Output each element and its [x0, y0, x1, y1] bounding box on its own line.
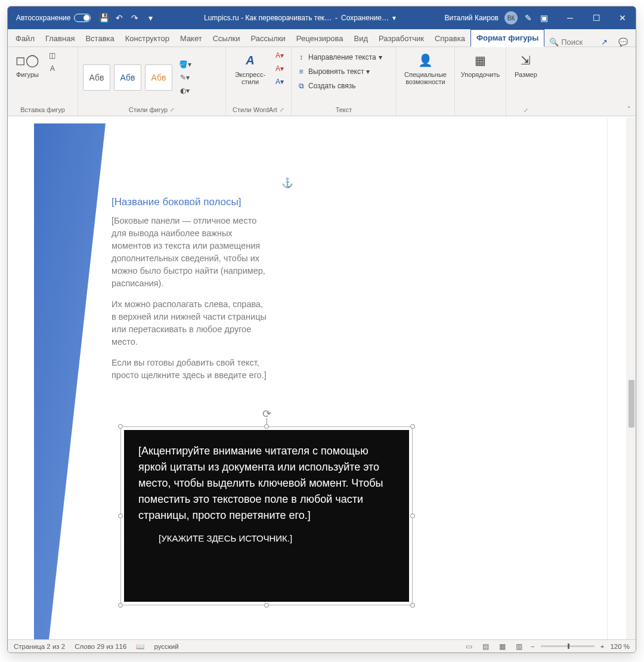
text-fill-icon[interactable]: A▾ — [273, 50, 286, 61]
language-indicator[interactable]: русский — [154, 643, 178, 650]
sidebar-paragraph: Их можно располагать слева, справа, в ве… — [112, 298, 267, 348]
tab-help[interactable]: Справка — [429, 30, 470, 47]
text-effects-icon[interactable]: A▾ — [273, 76, 286, 88]
spellcheck-icon[interactable]: 📖 — [136, 642, 144, 651]
tab-format-shape[interactable]: Формат фигуры — [470, 29, 544, 47]
tab-review[interactable]: Рецензирова — [291, 30, 349, 47]
focus-mode-icon[interactable]: ▭ — [464, 642, 475, 651]
web-layout-icon[interactable]: ▥ — [514, 642, 525, 651]
arrange-label: Упорядочить — [461, 71, 500, 78]
tab-layout[interactable]: Макет — [175, 30, 208, 47]
size-button[interactable]: ⇲ Размер — [511, 50, 541, 79]
create-link-icon: ⧉ — [296, 82, 306, 90]
title-dropdown-icon[interactable]: ▾ — [392, 14, 396, 22]
ribbon-display-icon[interactable]: ▣ — [539, 13, 549, 23]
word-window: Автосохранение 💾 ↶ ↷ ▾ Lumpics.ru - Как … — [7, 6, 636, 653]
sidebar-title: [Название боковой полосы] — [112, 195, 267, 210]
avatar[interactable]: ВК — [504, 11, 518, 24]
ribbon: ◻◯ Фигуры ◫ A Вставка фигур Абв Абв Абв … — [8, 47, 636, 116]
toggle-switch-icon[interactable] — [74, 14, 91, 22]
collapse-ribbon-icon[interactable]: ˄ — [627, 106, 631, 113]
document-area[interactable]: ⚓ [Название боковой полосы] [Боковые пан… — [8, 117, 626, 639]
shapes-button[interactable]: ◻◯ Фигуры — [13, 50, 42, 79]
undo-icon[interactable]: ↶ — [114, 13, 124, 23]
shapes-label: Фигуры — [16, 71, 39, 78]
share-icon[interactable]: ↗ — [599, 37, 609, 47]
search-box[interactable]: 🔍 Поиск — [549, 38, 583, 47]
vertical-scrollbar[interactable] — [626, 117, 636, 639]
title-center: Lumpics.ru - Как переворачивать тек… - С… — [160, 14, 439, 22]
comments-icon[interactable]: 💬 — [618, 37, 628, 47]
minimize-button[interactable]: ─ — [557, 7, 583, 29]
group-text: Текст — [296, 105, 391, 115]
draw-mode-icon[interactable]: ✎ — [524, 13, 533, 23]
resize-handle[interactable] — [118, 513, 123, 518]
shape-effects-icon[interactable]: ◐▾ — [178, 85, 191, 97]
tab-mailings[interactable]: Рассылки — [245, 30, 290, 47]
zoom-in-button[interactable]: + — [600, 643, 605, 650]
arrange-button[interactable]: ▦ Упорядочить — [460, 50, 501, 79]
resize-handle[interactable] — [118, 424, 123, 429]
resize-handle[interactable] — [264, 424, 269, 429]
page-indicator[interactable]: Страница 2 из 2 — [14, 643, 65, 650]
group-wordart-styles: Стили WordArt — [233, 106, 277, 113]
window-controls: ─ ☐ ✕ — [557, 7, 636, 29]
size-launcher-icon[interactable]: ⤢ — [524, 107, 528, 113]
maximize-button[interactable]: ☐ — [583, 7, 609, 29]
statusbar: Страница 2 из 2 Слово 29 из 116 📖 русски… — [8, 639, 636, 652]
close-button[interactable]: ✕ — [609, 7, 636, 29]
resize-handle[interactable] — [118, 603, 123, 608]
shape-outline-icon[interactable]: ✎▾ — [178, 72, 191, 83]
resize-handle[interactable] — [410, 603, 415, 608]
tab-home[interactable]: Главная — [40, 30, 80, 47]
group-shape-styles: Стили фигур — [129, 106, 168, 113]
text-box-icon[interactable]: A — [46, 63, 59, 75]
text-direction-button[interactable]: ↕Направление текста ▾ — [296, 52, 382, 63]
tab-developer[interactable]: Разработчик — [373, 30, 429, 47]
word-count[interactable]: Слово 29 из 116 — [75, 643, 126, 650]
group-insert-shapes: Вставка фигур — [13, 105, 73, 115]
quote-textbox[interactable]: [Акцентируйте внимание читателя с помощь… — [124, 430, 409, 602]
redo-icon[interactable]: ↷ — [130, 13, 140, 23]
title-separator: - — [335, 14, 338, 22]
tab-design[interactable]: Конструктор — [120, 30, 175, 47]
zoom-level[interactable]: 120 % — [610, 643, 630, 650]
shape-style-preset-3[interactable]: Абв — [145, 64, 172, 91]
shape-fill-icon[interactable]: 🪣▾ — [178, 58, 191, 70]
edit-shape-icon[interactable]: ◫ — [46, 50, 59, 61]
accessibility-button[interactable]: 👤 Специальные возможности — [401, 50, 450, 86]
titlebar: Автосохранение 💾 ↶ ↷ ▾ Lumpics.ru - Как … — [8, 7, 636, 29]
tab-file[interactable]: Файл — [10, 30, 40, 47]
user-area: Виталий Каиров ВК ✎ ▣ — [444, 11, 549, 24]
size-icon: ⇲ — [516, 51, 535, 70]
resize-handle[interactable] — [410, 424, 415, 429]
resize-handle[interactable] — [410, 513, 415, 518]
text-outline-icon[interactable]: A▾ — [273, 63, 286, 75]
resize-handle[interactable] — [264, 603, 269, 608]
tab-insert[interactable]: Вставка — [80, 30, 119, 47]
autosave-toggle[interactable]: Автосохранение — [16, 14, 91, 22]
print-layout-icon[interactable]: ▦ — [497, 642, 508, 651]
shape-styles-launcher-icon[interactable]: ⤢ — [170, 107, 175, 113]
selected-textbox[interactable]: ⟳ [Акцентируйте внимание читателя с помо… — [120, 426, 413, 605]
zoom-out-button[interactable]: − — [531, 643, 535, 650]
scrollbar-thumb[interactable] — [628, 380, 634, 428]
save-icon[interactable]: 💾 — [99, 13, 109, 23]
qat-dropdown-icon[interactable]: ▾ — [145, 13, 155, 23]
wordart-launcher-icon[interactable]: ⤢ — [280, 107, 284, 113]
blue-sidebar-shape[interactable] — [34, 123, 106, 639]
align-text-button[interactable]: ≡Выровнять текст ▾ — [296, 66, 382, 77]
wordart-styles-button[interactable]: A Экспресс-стили — [231, 50, 270, 86]
sidebar-text-block[interactable]: [Название боковой полосы] [Боковые панел… — [112, 195, 267, 390]
size-label: Размер — [515, 71, 537, 78]
autosave-label: Автосохранение — [16, 14, 70, 22]
create-link-button[interactable]: ⧉Создать связь — [296, 81, 382, 91]
anchor-icon: ⚓ — [281, 177, 293, 188]
shape-style-preset-1[interactable]: Абв — [83, 64, 110, 91]
accessibility-icon: 👤 — [416, 51, 435, 70]
zoom-slider[interactable] — [541, 645, 595, 647]
tab-references[interactable]: Ссылки — [208, 30, 246, 47]
tab-view[interactable]: Вид — [349, 30, 374, 47]
read-mode-icon[interactable]: ▤ — [481, 642, 491, 651]
shape-style-preset-2[interactable]: Абв — [114, 64, 141, 91]
